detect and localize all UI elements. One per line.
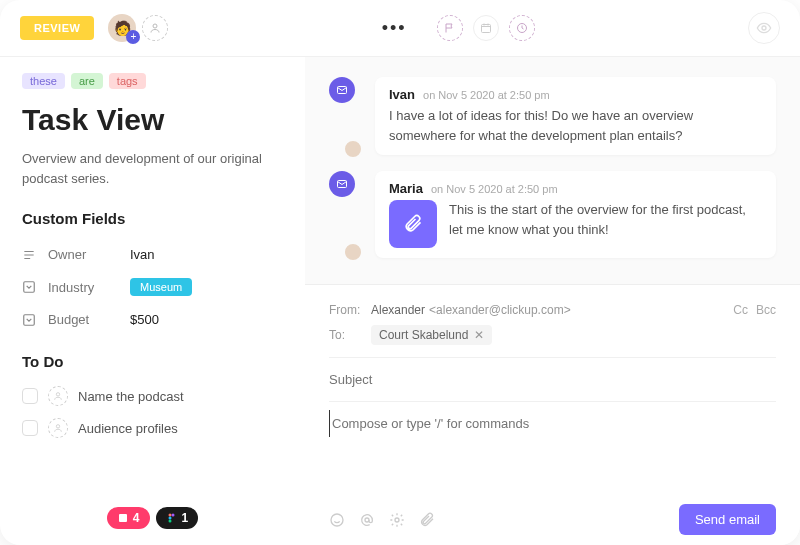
integration-pill-red[interactable]: 4 <box>107 507 150 529</box>
field-row-owner: Owner Ivan <box>22 239 283 270</box>
comment-avatar <box>329 77 365 155</box>
todo-label: Name the podcast <box>78 389 184 404</box>
pill-count: 1 <box>182 511 189 525</box>
mention-icon[interactable] <box>359 512 375 528</box>
header-icon-strip <box>437 15 535 41</box>
from-name: Alexander <box>371 303 425 317</box>
field-label: Industry <box>48 280 130 295</box>
comment-text: I have a lot of ideas for this! Do we ha… <box>389 106 762 145</box>
comment: Ivan on Nov 5 2020 at 2:50 pm I have a l… <box>329 77 776 155</box>
assignee-avatar[interactable]: 🧑 + <box>108 14 136 42</box>
integration-icon <box>117 512 129 524</box>
attachment-icon[interactable] <box>389 200 437 248</box>
svg-point-15 <box>331 514 343 526</box>
to-row: To: Court Skabelund ✕ <box>329 321 776 349</box>
field-label: Budget <box>48 312 130 327</box>
review-button[interactable]: REVIEW <box>20 16 94 40</box>
tag[interactable]: tags <box>109 73 146 89</box>
svg-point-3 <box>762 26 766 30</box>
assignee-placeholder-icon[interactable] <box>48 418 68 438</box>
dropdown-icon <box>22 280 38 294</box>
integration-pill-dark[interactable]: 1 <box>156 507 199 529</box>
checkbox[interactable] <box>22 420 38 436</box>
svg-rect-8 <box>119 514 127 522</box>
field-label: Owner <box>48 247 130 262</box>
dropdown-icon <box>22 313 38 327</box>
email-composer: From: Alexander <alexander@clickup.com> … <box>305 284 800 545</box>
calendar-icon[interactable] <box>473 15 499 41</box>
topbar: REVIEW 🧑 + ••• <box>0 0 800 57</box>
svg-point-0 <box>153 24 157 28</box>
remove-recipient-icon[interactable]: ✕ <box>474 328 484 342</box>
svg-rect-1 <box>481 25 490 33</box>
svg-point-11 <box>168 517 171 520</box>
comment-author: Ivan <box>389 87 415 102</box>
svg-rect-4 <box>24 282 35 293</box>
svg-point-17 <box>395 518 399 522</box>
comment-timestamp: on Nov 5 2020 at 2:50 pm <box>431 183 558 195</box>
svg-point-12 <box>168 520 171 523</box>
composer-footer: Send email <box>329 494 776 535</box>
from-row: From: Alexander <alexander@clickup.com> … <box>329 299 776 321</box>
tag-list: these are tags <box>22 73 283 89</box>
body-input[interactable] <box>329 410 776 437</box>
right-panel: Ivan on Nov 5 2020 at 2:50 pm I have a l… <box>305 57 800 545</box>
field-row-industry: Industry Museum <box>22 270 283 304</box>
bcc-button[interactable]: Bcc <box>756 303 776 317</box>
assignee-placeholder-icon[interactable] <box>48 386 68 406</box>
svg-point-10 <box>171 514 174 517</box>
watch-icon[interactable] <box>748 12 780 44</box>
mail-icon <box>329 171 355 197</box>
todo-heading: To Do <box>22 353 283 370</box>
add-badge-icon: + <box>126 30 140 44</box>
comment-author: Maria <box>389 181 423 196</box>
flag-icon[interactable] <box>437 15 463 41</box>
svg-point-9 <box>168 514 171 517</box>
comment-avatar <box>329 171 365 258</box>
integration-pills: 4 1 <box>22 495 283 529</box>
field-value: $500 <box>130 312 159 327</box>
attach-icon[interactable] <box>419 512 435 528</box>
user-avatar <box>343 242 363 262</box>
svg-point-7 <box>56 425 59 428</box>
field-value: Ivan <box>130 247 155 262</box>
subject-input[interactable] <box>329 366 776 393</box>
more-menu-button[interactable]: ••• <box>382 18 407 39</box>
divider <box>329 357 776 358</box>
list-icon <box>22 248 38 262</box>
comment: Maria on Nov 5 2020 at 2:50 pm This is t… <box>329 171 776 258</box>
comment-list: Ivan on Nov 5 2020 at 2:50 pm I have a l… <box>305 57 800 284</box>
todo-item[interactable]: Audience profiles <box>22 412 283 444</box>
svg-rect-5 <box>24 314 35 325</box>
comment-bubble: Ivan on Nov 5 2020 at 2:50 pm I have a l… <box>375 77 776 155</box>
field-row-budget: Budget $500 <box>22 304 283 335</box>
pill-count: 4 <box>133 511 140 525</box>
settings-icon[interactable] <box>389 512 405 528</box>
divider <box>329 401 776 402</box>
custom-fields-heading: Custom Fields <box>22 210 283 227</box>
todo-item[interactable]: Name the podcast <box>22 380 283 412</box>
comment-timestamp: on Nov 5 2020 at 2:50 pm <box>423 89 550 101</box>
assignee-avatar-group[interactable]: 🧑 + <box>108 14 168 42</box>
tag[interactable]: are <box>71 73 103 89</box>
emoji-icon[interactable] <box>329 512 345 528</box>
from-email: <alexander@clickup.com> <box>429 303 571 317</box>
cc-button[interactable]: Cc <box>733 303 748 317</box>
checkbox[interactable] <box>22 388 38 404</box>
from-label: From: <box>329 303 371 317</box>
svg-point-6 <box>56 393 59 396</box>
task-description: Overview and development of our original… <box>22 149 283 188</box>
industry-badge[interactable]: Museum <box>130 278 192 296</box>
send-email-button[interactable]: Send email <box>679 504 776 535</box>
left-panel: these are tags Task View Overview and de… <box>0 57 305 545</box>
page-title: Task View <box>22 103 283 137</box>
comment-text: This is the start of the overview for th… <box>449 200 762 239</box>
recipient-name: Court Skabelund <box>379 328 468 342</box>
tag[interactable]: these <box>22 73 65 89</box>
add-assignee-button[interactable] <box>142 15 168 41</box>
todo-label: Audience profiles <box>78 421 178 436</box>
recipient-chip[interactable]: Court Skabelund ✕ <box>371 325 492 345</box>
time-icon[interactable] <box>509 15 535 41</box>
mail-icon <box>329 77 355 103</box>
user-avatar <box>343 139 363 159</box>
